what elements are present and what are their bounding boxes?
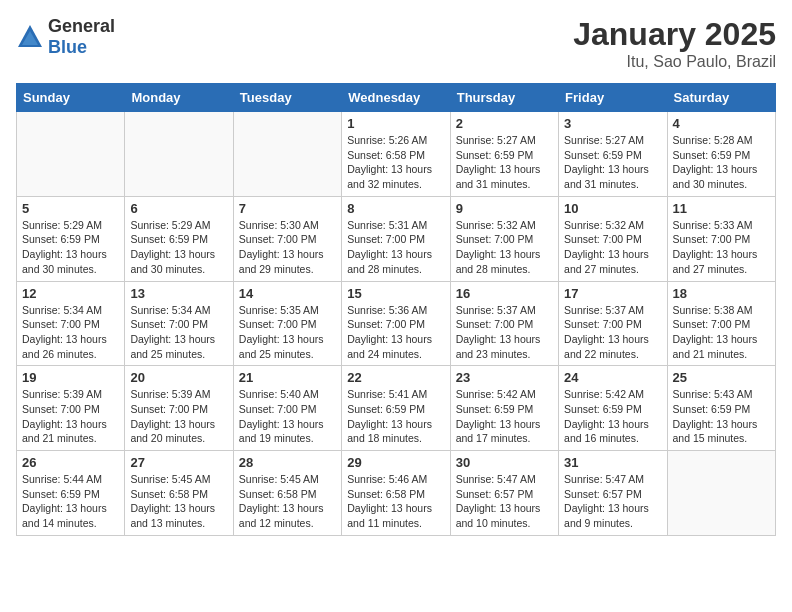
day-number: 27 <box>130 455 227 470</box>
calendar-cell <box>17 112 125 197</box>
day-of-week-header: Thursday <box>450 84 558 112</box>
calendar-week-row: 19Sunrise: 5:39 AM Sunset: 7:00 PM Dayli… <box>17 366 776 451</box>
title-block: January 2025 Itu, Sao Paulo, Brazil <box>573 16 776 71</box>
day-info: Sunrise: 5:33 AM Sunset: 7:00 PM Dayligh… <box>673 218 770 277</box>
calendar-cell <box>125 112 233 197</box>
day-info: Sunrise: 5:29 AM Sunset: 6:59 PM Dayligh… <box>130 218 227 277</box>
day-number: 19 <box>22 370 119 385</box>
day-info: Sunrise: 5:38 AM Sunset: 7:00 PM Dayligh… <box>673 303 770 362</box>
calendar-cell: 18Sunrise: 5:38 AM Sunset: 7:00 PM Dayli… <box>667 281 775 366</box>
day-info: Sunrise: 5:45 AM Sunset: 6:58 PM Dayligh… <box>239 472 336 531</box>
calendar-cell: 26Sunrise: 5:44 AM Sunset: 6:59 PM Dayli… <box>17 451 125 536</box>
calendar-cell: 29Sunrise: 5:46 AM Sunset: 6:58 PM Dayli… <box>342 451 450 536</box>
day-number: 7 <box>239 201 336 216</box>
day-number: 22 <box>347 370 444 385</box>
day-number: 30 <box>456 455 553 470</box>
logo-icon <box>16 23 44 51</box>
day-info: Sunrise: 5:37 AM Sunset: 7:00 PM Dayligh… <box>564 303 661 362</box>
day-info: Sunrise: 5:47 AM Sunset: 6:57 PM Dayligh… <box>564 472 661 531</box>
day-info: Sunrise: 5:44 AM Sunset: 6:59 PM Dayligh… <box>22 472 119 531</box>
day-number: 25 <box>673 370 770 385</box>
calendar-week-row: 26Sunrise: 5:44 AM Sunset: 6:59 PM Dayli… <box>17 451 776 536</box>
day-number: 1 <box>347 116 444 131</box>
calendar-cell <box>233 112 341 197</box>
calendar-cell: 22Sunrise: 5:41 AM Sunset: 6:59 PM Dayli… <box>342 366 450 451</box>
day-number: 21 <box>239 370 336 385</box>
calendar-cell: 4Sunrise: 5:28 AM Sunset: 6:59 PM Daylig… <box>667 112 775 197</box>
calendar-cell: 21Sunrise: 5:40 AM Sunset: 7:00 PM Dayli… <box>233 366 341 451</box>
calendar-week-row: 5Sunrise: 5:29 AM Sunset: 6:59 PM Daylig… <box>17 196 776 281</box>
day-of-week-header: Tuesday <box>233 84 341 112</box>
day-info: Sunrise: 5:35 AM Sunset: 7:00 PM Dayligh… <box>239 303 336 362</box>
calendar-cell: 19Sunrise: 5:39 AM Sunset: 7:00 PM Dayli… <box>17 366 125 451</box>
calendar-cell: 9Sunrise: 5:32 AM Sunset: 7:00 PM Daylig… <box>450 196 558 281</box>
day-number: 13 <box>130 286 227 301</box>
day-number: 5 <box>22 201 119 216</box>
day-number: 16 <box>456 286 553 301</box>
calendar-week-row: 12Sunrise: 5:34 AM Sunset: 7:00 PM Dayli… <box>17 281 776 366</box>
day-info: Sunrise: 5:32 AM Sunset: 7:00 PM Dayligh… <box>564 218 661 277</box>
calendar-cell: 17Sunrise: 5:37 AM Sunset: 7:00 PM Dayli… <box>559 281 667 366</box>
day-info: Sunrise: 5:42 AM Sunset: 6:59 PM Dayligh… <box>456 387 553 446</box>
calendar-cell: 23Sunrise: 5:42 AM Sunset: 6:59 PM Dayli… <box>450 366 558 451</box>
calendar-cell: 25Sunrise: 5:43 AM Sunset: 6:59 PM Dayli… <box>667 366 775 451</box>
day-number: 2 <box>456 116 553 131</box>
day-number: 24 <box>564 370 661 385</box>
day-number: 11 <box>673 201 770 216</box>
day-number: 4 <box>673 116 770 131</box>
day-info: Sunrise: 5:41 AM Sunset: 6:59 PM Dayligh… <box>347 387 444 446</box>
day-number: 26 <box>22 455 119 470</box>
day-info: Sunrise: 5:43 AM Sunset: 6:59 PM Dayligh… <box>673 387 770 446</box>
calendar-week-row: 1Sunrise: 5:26 AM Sunset: 6:58 PM Daylig… <box>17 112 776 197</box>
logo-general-text: General <box>48 16 115 36</box>
page-header: General Blue January 2025 Itu, Sao Paulo… <box>16 16 776 71</box>
location-title: Itu, Sao Paulo, Brazil <box>573 53 776 71</box>
day-info: Sunrise: 5:45 AM Sunset: 6:58 PM Dayligh… <box>130 472 227 531</box>
day-number: 29 <box>347 455 444 470</box>
day-info: Sunrise: 5:39 AM Sunset: 7:00 PM Dayligh… <box>130 387 227 446</box>
calendar-cell: 20Sunrise: 5:39 AM Sunset: 7:00 PM Dayli… <box>125 366 233 451</box>
month-title: January 2025 <box>573 16 776 53</box>
day-number: 8 <box>347 201 444 216</box>
day-info: Sunrise: 5:39 AM Sunset: 7:00 PM Dayligh… <box>22 387 119 446</box>
calendar-table: SundayMondayTuesdayWednesdayThursdayFrid… <box>16 83 776 536</box>
logo-blue-text: Blue <box>48 37 87 57</box>
day-info: Sunrise: 5:29 AM Sunset: 6:59 PM Dayligh… <box>22 218 119 277</box>
logo: General Blue <box>16 16 115 58</box>
day-number: 20 <box>130 370 227 385</box>
calendar-cell: 3Sunrise: 5:27 AM Sunset: 6:59 PM Daylig… <box>559 112 667 197</box>
calendar-cell: 24Sunrise: 5:42 AM Sunset: 6:59 PM Dayli… <box>559 366 667 451</box>
day-info: Sunrise: 5:26 AM Sunset: 6:58 PM Dayligh… <box>347 133 444 192</box>
day-number: 10 <box>564 201 661 216</box>
day-info: Sunrise: 5:34 AM Sunset: 7:00 PM Dayligh… <box>130 303 227 362</box>
calendar-cell: 11Sunrise: 5:33 AM Sunset: 7:00 PM Dayli… <box>667 196 775 281</box>
day-info: Sunrise: 5:40 AM Sunset: 7:00 PM Dayligh… <box>239 387 336 446</box>
day-of-week-header: Friday <box>559 84 667 112</box>
day-info: Sunrise: 5:32 AM Sunset: 7:00 PM Dayligh… <box>456 218 553 277</box>
calendar-cell: 8Sunrise: 5:31 AM Sunset: 7:00 PM Daylig… <box>342 196 450 281</box>
day-number: 18 <box>673 286 770 301</box>
day-number: 3 <box>564 116 661 131</box>
day-info: Sunrise: 5:27 AM Sunset: 6:59 PM Dayligh… <box>456 133 553 192</box>
calendar-cell: 6Sunrise: 5:29 AM Sunset: 6:59 PM Daylig… <box>125 196 233 281</box>
day-of-week-header: Sunday <box>17 84 125 112</box>
calendar-cell: 2Sunrise: 5:27 AM Sunset: 6:59 PM Daylig… <box>450 112 558 197</box>
calendar-cell: 28Sunrise: 5:45 AM Sunset: 6:58 PM Dayli… <box>233 451 341 536</box>
day-info: Sunrise: 5:30 AM Sunset: 7:00 PM Dayligh… <box>239 218 336 277</box>
day-number: 31 <box>564 455 661 470</box>
day-number: 17 <box>564 286 661 301</box>
calendar-cell: 13Sunrise: 5:34 AM Sunset: 7:00 PM Dayli… <box>125 281 233 366</box>
calendar-cell: 10Sunrise: 5:32 AM Sunset: 7:00 PM Dayli… <box>559 196 667 281</box>
calendar-header-row: SundayMondayTuesdayWednesdayThursdayFrid… <box>17 84 776 112</box>
day-info: Sunrise: 5:47 AM Sunset: 6:57 PM Dayligh… <box>456 472 553 531</box>
calendar-cell: 30Sunrise: 5:47 AM Sunset: 6:57 PM Dayli… <box>450 451 558 536</box>
calendar-cell: 1Sunrise: 5:26 AM Sunset: 6:58 PM Daylig… <box>342 112 450 197</box>
calendar-cell: 7Sunrise: 5:30 AM Sunset: 7:00 PM Daylig… <box>233 196 341 281</box>
day-info: Sunrise: 5:42 AM Sunset: 6:59 PM Dayligh… <box>564 387 661 446</box>
day-number: 6 <box>130 201 227 216</box>
calendar-cell: 14Sunrise: 5:35 AM Sunset: 7:00 PM Dayli… <box>233 281 341 366</box>
calendar-cell: 31Sunrise: 5:47 AM Sunset: 6:57 PM Dayli… <box>559 451 667 536</box>
day-number: 23 <box>456 370 553 385</box>
day-number: 15 <box>347 286 444 301</box>
day-of-week-header: Wednesday <box>342 84 450 112</box>
